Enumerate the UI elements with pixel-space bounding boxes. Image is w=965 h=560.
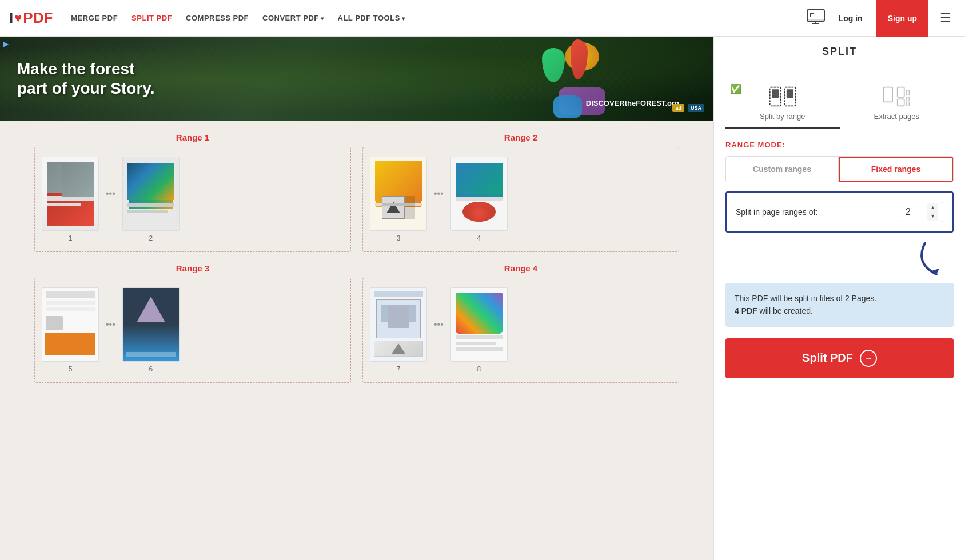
split-pdf-button[interactable]: Split PDF → xyxy=(725,338,954,378)
info-text-post: will be created. xyxy=(760,306,813,315)
spin-up-button[interactable]: ▲ xyxy=(927,203,938,212)
split-header: SPLIT xyxy=(714,37,965,67)
range-2-box: 3 ••• 4 xyxy=(362,147,679,252)
range-4-box: 7 ••• 8 xyxy=(362,278,679,383)
range-3-title: Range 3 xyxy=(34,263,351,273)
logo-i: I xyxy=(9,9,13,27)
logo-pdf: PDF xyxy=(23,9,53,27)
info-box: This PDF will be split in files of 2 Pag… xyxy=(725,283,954,327)
page-thumb-4: 4 xyxy=(450,157,508,242)
page-num-3: 3 xyxy=(397,234,401,242)
blue-arrow-icon xyxy=(908,237,954,283)
ad-badge-2: USA xyxy=(688,104,704,112)
spin-down-button[interactable]: ▼ xyxy=(927,212,938,221)
ad-headline: Make the forest part of your Story. xyxy=(17,59,155,98)
page-card-3 xyxy=(370,157,427,231)
signup-button[interactable]: Sign up xyxy=(876,0,928,37)
fixed-range-box: Split in page ranges of: ▲ ▼ xyxy=(725,191,954,233)
svg-marker-14 xyxy=(930,269,939,274)
range-group-1: Range 1 1 ••• xyxy=(34,133,351,252)
ranges-bottom-row: Range 3 5 ••• xyxy=(34,263,679,394)
range-group-2: Range 2 3 ••• xyxy=(362,133,679,252)
main-nav: MERGE PDF SPLIT PDF COMPRESS PDF CONVERT… xyxy=(71,11,806,25)
arrow-area xyxy=(714,237,965,283)
page-num-1: 1 xyxy=(69,234,73,242)
tab-extract-pages-label: Extract pages xyxy=(874,112,920,121)
info-text-pre: This PDF will be split in files of 2 Pag… xyxy=(735,294,876,303)
pages-area: Range 1 1 ••• xyxy=(0,121,713,406)
logo-heart-icon: ♥ xyxy=(14,11,22,26)
fixed-ranges-button[interactable]: Fixed ranges xyxy=(839,157,953,182)
header: I ♥ PDF MERGE PDF SPLIT PDF COMPRESS PDF… xyxy=(0,0,965,37)
page-num-4: 4 xyxy=(477,234,481,242)
extract-pages-icon xyxy=(883,86,910,107)
page-num-8: 8 xyxy=(477,365,481,373)
nav-split-pdf[interactable]: SPLIT PDF xyxy=(131,11,172,25)
login-button[interactable]: Log in xyxy=(832,9,870,27)
ad-badge-1: ad xyxy=(672,104,684,112)
left-panel: ▶ Make the forest part of your Story. DI… xyxy=(0,37,713,560)
dots-2: ••• xyxy=(434,189,444,199)
page-card-6 xyxy=(122,287,180,362)
hamburger-icon[interactable]: ☰ xyxy=(935,11,956,26)
ranges-top-row: Range 1 1 ••• xyxy=(34,133,679,263)
page-num-6: 6 xyxy=(149,365,153,373)
ad-badges: ad USA xyxy=(672,104,704,112)
split-circle-arrow-icon: → xyxy=(860,350,877,367)
nav-merge-pdf[interactable]: MERGE PDF xyxy=(71,11,118,25)
ad-banner: ▶ Make the forest part of your Story. DI… xyxy=(0,37,713,121)
split-pdf-label: Split PDF xyxy=(802,351,853,365)
tab-split-by-range[interactable]: ✅ Split by range xyxy=(725,79,840,129)
page-num-5: 5 xyxy=(69,365,73,373)
logo[interactable]: I ♥ PDF xyxy=(9,9,53,27)
mode-tabs: ✅ Split by range Extract xyxy=(714,67,965,129)
range-group-4: Range 4 7 xyxy=(362,263,679,383)
monitor-icon[interactable] xyxy=(807,9,825,27)
page-card-2 xyxy=(122,157,180,231)
page-card-8 xyxy=(450,287,508,362)
dots-1: ••• xyxy=(106,189,115,199)
split-range-icon xyxy=(769,86,796,107)
dots-4: ••• xyxy=(434,319,444,330)
page-thumb-1: 1 xyxy=(42,157,99,242)
number-input-wrapper: ▲ ▼ xyxy=(898,202,943,222)
checkmark-icon: ✅ xyxy=(730,83,741,94)
nav-all-pdf-tools[interactable]: ALL PDF TOOLS xyxy=(338,11,405,25)
page-card-5 xyxy=(42,287,99,362)
play-icon: ▶ xyxy=(3,40,9,48)
nav-compress-pdf[interactable]: COMPRESS PDF xyxy=(186,11,249,25)
svg-rect-7 xyxy=(787,89,793,98)
main-container: ▶ Make the forest part of your Story. DI… xyxy=(0,37,965,560)
range-2-title: Range 2 xyxy=(362,133,679,142)
info-bold: 4 PDF xyxy=(735,306,757,315)
page-thumb-3: 3 xyxy=(370,157,427,242)
svg-rect-8 xyxy=(884,87,892,102)
tab-split-range-label: Split by range xyxy=(760,112,806,121)
tab-extract-pages[interactable]: Extract pages xyxy=(840,79,954,129)
svg-rect-1 xyxy=(807,19,824,21)
page-thumb-8: 8 xyxy=(450,287,508,373)
nav-convert-pdf[interactable]: CONVERT PDF xyxy=(262,11,324,25)
range-3-box: 5 ••• 6 xyxy=(34,278,351,383)
svg-rect-13 xyxy=(906,102,909,106)
page-num-7: 7 xyxy=(397,365,401,373)
split-range-input[interactable] xyxy=(898,202,927,222)
svg-rect-9 xyxy=(898,87,904,97)
page-card-4 xyxy=(450,157,508,231)
range-4-title: Range 4 xyxy=(362,263,679,273)
range-buttons: Custom ranges Fixed ranges xyxy=(725,156,954,182)
range-mode-label: RANGE MODE: xyxy=(725,141,954,149)
svg-rect-6 xyxy=(772,89,779,98)
page-thumb-6: 6 xyxy=(122,287,180,373)
svg-rect-10 xyxy=(898,99,904,106)
header-right: Log in Sign up ☰ xyxy=(807,0,956,37)
ad-text: Make the forest part of your Story. xyxy=(0,48,172,109)
right-panel: SPLIT ✅ Split by range xyxy=(713,37,965,560)
custom-ranges-button[interactable]: Custom ranges xyxy=(726,157,839,182)
split-in-label: Split in page ranges of: xyxy=(736,207,891,217)
page-card-7 xyxy=(370,287,427,362)
page-thumb-5: 5 xyxy=(42,287,99,373)
ad-discover-text: DISCOVERtheFOREST.org xyxy=(586,99,679,107)
page-num-2: 2 xyxy=(149,234,153,242)
range-mode-section: RANGE MODE: Custom ranges Fixed ranges xyxy=(714,129,965,191)
